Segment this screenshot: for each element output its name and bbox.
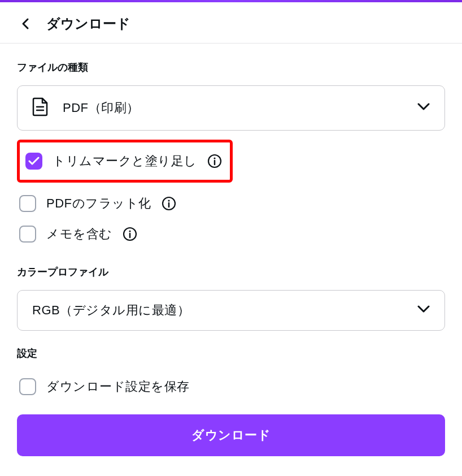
settings-label: 設定 [17, 347, 445, 360]
panel-content: ファイルの種類 PDF（印刷） [0, 44, 462, 468]
chevron-down-icon [417, 103, 430, 113]
panel-title: ダウンロード [46, 15, 130, 33]
flatten-option: PDFのフラット化 [17, 188, 445, 219]
save-settings-checkbox[interactable] [19, 378, 36, 395]
panel-header: ダウンロード [0, 2, 462, 43]
svg-point-6 [168, 200, 169, 201]
file-type-dropdown[interactable]: PDF（印刷） [17, 85, 445, 131]
info-icon[interactable] [123, 227, 137, 241]
download-button[interactable]: ダウンロード [17, 414, 445, 456]
file-type-label: ファイルの種類 [17, 60, 445, 74]
file-type-selected: PDF（印刷） [63, 99, 140, 116]
trim-marks-label: トリムマークと塗り足し [53, 153, 197, 170]
color-profile-dropdown[interactable]: RGB（デジタル用に最適） [17, 290, 445, 331]
color-profile-label: カラープロファイル [17, 265, 445, 279]
info-icon[interactable] [162, 196, 176, 211]
trim-marks-checkbox[interactable] [25, 153, 42, 170]
flatten-label: PDFのフラット化 [46, 195, 151, 212]
svg-point-9 [129, 230, 130, 232]
highlight-annotation: トリムマークと塗り足し [17, 140, 233, 183]
flatten-checkbox[interactable] [19, 195, 36, 212]
file-icon [32, 97, 48, 119]
settings-section: 設定 ダウンロード設定を保存 [17, 347, 445, 402]
info-icon[interactable] [207, 154, 222, 168]
color-profile-section: カラープロファイル RGB（デジタル用に最適） [17, 265, 445, 331]
dropdown-left: PDF（印刷） [32, 97, 140, 119]
color-profile-selected: RGB（デジタル用に最適） [32, 302, 190, 319]
save-settings-label: ダウンロード設定を保存 [46, 378, 190, 395]
svg-point-3 [213, 157, 215, 159]
include-notes-label: メモを含む [46, 226, 112, 243]
save-settings-option: ダウンロード設定を保存 [17, 371, 445, 402]
back-chevron-icon[interactable] [21, 17, 30, 31]
trim-marks-option: トリムマークと塗り足し [23, 146, 224, 176]
include-notes-checkbox[interactable] [19, 226, 36, 243]
chevron-down-icon [417, 305, 430, 315]
include-notes-option: メモを含む [17, 219, 445, 249]
